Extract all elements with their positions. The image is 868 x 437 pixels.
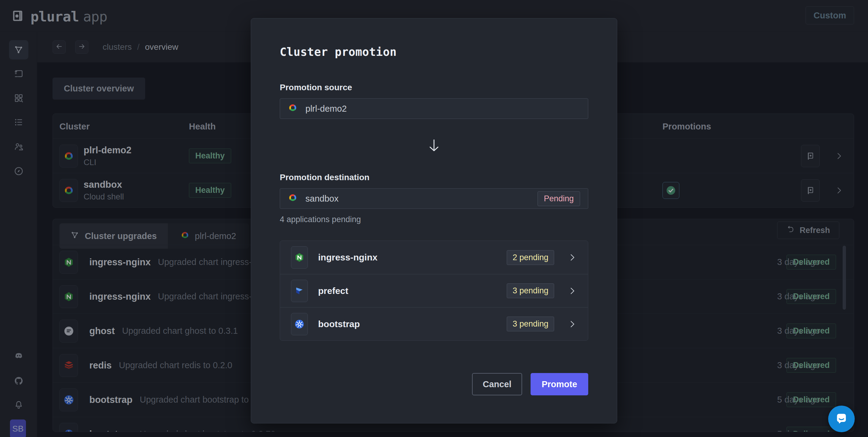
pending-summary: 4 applications pending bbox=[280, 215, 588, 224]
pending-status-badge: Pending bbox=[537, 191, 580, 206]
cluster-promotion-modal: Cluster promotion Promotion source plrl-… bbox=[251, 18, 617, 424]
pending-apps-list: ingress-nginx2 pendingprefect3 pendingbo… bbox=[280, 241, 588, 341]
kubernetes-icon bbox=[294, 319, 305, 330]
pending-app-name: prefect bbox=[318, 286, 348, 296]
chevron-right-icon[interactable] bbox=[567, 319, 577, 329]
promotion-source-label: Promotion source bbox=[280, 83, 588, 92]
gcp-icon bbox=[288, 193, 298, 205]
cancel-button[interactable]: Cancel bbox=[472, 373, 522, 395]
prefect-icon bbox=[294, 285, 305, 296]
nginx-icon bbox=[294, 252, 305, 263]
pending-app-row[interactable]: bootstrap3 pending bbox=[280, 307, 588, 340]
promotion-source-select[interactable]: plrl-demo2 bbox=[280, 98, 588, 119]
pending-count-badge: 2 pending bbox=[507, 250, 554, 265]
chat-bubble-icon bbox=[835, 412, 848, 426]
promotion-source-value: plrl-demo2 bbox=[305, 104, 347, 114]
promote-button[interactable]: Promote bbox=[531, 373, 588, 395]
promotion-destination-select[interactable]: sandbox Pending bbox=[280, 188, 588, 209]
modal-title: Cluster promotion bbox=[280, 45, 588, 59]
arrow-down-icon bbox=[280, 137, 588, 153]
chevron-right-icon[interactable] bbox=[567, 286, 577, 296]
pending-app-row[interactable]: ingress-nginx2 pending bbox=[280, 241, 588, 274]
pending-count-badge: 3 pending bbox=[507, 317, 554, 331]
pending-app-name: ingress-nginx bbox=[318, 252, 378, 262]
promotion-destination-label: Promotion destination bbox=[280, 173, 588, 182]
gcp-icon bbox=[288, 103, 298, 115]
chevron-right-icon[interactable] bbox=[567, 253, 577, 262]
promotion-destination-value: sandbox bbox=[305, 194, 339, 204]
intercom-chat-button[interactable] bbox=[828, 406, 855, 432]
app-window: pluralapp Custom clusters / overview SB … bbox=[0, 0, 868, 437]
pending-count-badge: 3 pending bbox=[507, 283, 554, 298]
pending-app-row[interactable]: prefect3 pending bbox=[280, 274, 588, 307]
pending-app-name: bootstrap bbox=[318, 319, 360, 329]
